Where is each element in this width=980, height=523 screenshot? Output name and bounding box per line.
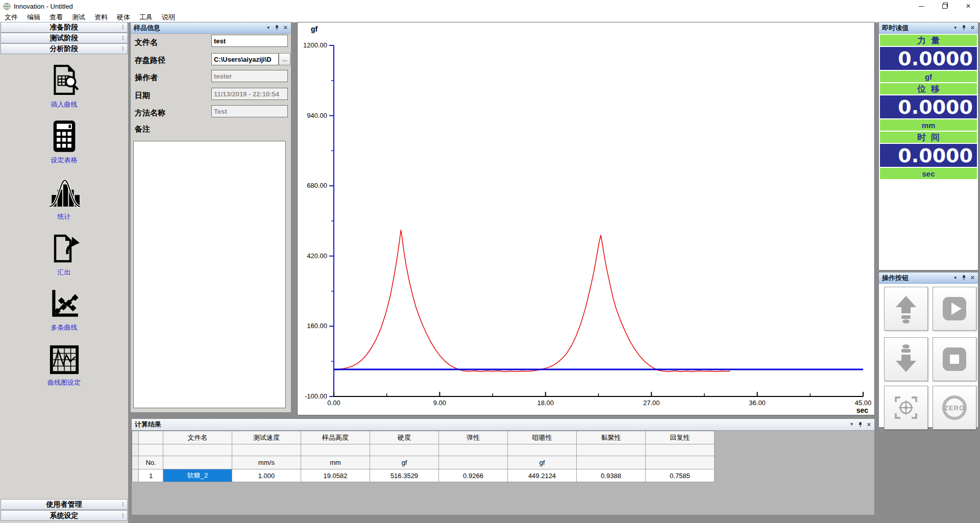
down-arrow-icon: [892, 344, 920, 374]
tool-label: 汇出: [58, 268, 71, 277]
time-unit-bar: sec: [880, 168, 977, 179]
test-speed-cell[interactable]: 1.000: [232, 469, 301, 482]
row-number-cell[interactable]: 1: [139, 469, 163, 482]
col-header: 文件名: [163, 431, 232, 444]
menu-hardware[interactable]: 硬体: [112, 13, 135, 22]
svg-text:27.00: 27.00: [643, 399, 660, 407]
force-time-chart: 1200.00940.00680.00420.00160.00-100.000.…: [298, 22, 874, 415]
panel-menu-icon[interactable]: ▼: [953, 26, 958, 30]
panel-menu-icon[interactable]: ▼: [266, 26, 271, 30]
menu-tools[interactable]: 工具: [135, 13, 157, 22]
move-up-button[interactable]: [884, 287, 928, 331]
notes-textarea[interactable]: [133, 141, 286, 408]
run-button[interactable]: [933, 287, 976, 331]
svg-text:940.00: 940.00: [307, 112, 327, 119]
displacement-unit-bar: mm: [880, 119, 977, 131]
menu-view[interactable]: 查看: [45, 13, 67, 22]
tool-insert-curve[interactable]: 插入曲线: [0, 63, 128, 117]
path-label: 存盘路径: [135, 56, 165, 65]
svg-text:18.00: 18.00: [537, 399, 554, 407]
unit-header: mm/s: [232, 456, 301, 469]
stage-prepare[interactable]: 准备阶段⋮: [1, 22, 128, 33]
calculator-icon: [49, 119, 80, 153]
svg-text:1200.00: 1200.00: [303, 41, 327, 49]
panel-close-icon[interactable]: ✕: [283, 25, 288, 31]
tool-set-table[interactable]: 设定表格: [0, 119, 128, 173]
sample-info-titlebar: 样品信息 ▼ ✕: [131, 22, 291, 34]
svg-text:160.00: 160.00: [307, 322, 327, 330]
panel-menu-icon[interactable]: ▼: [850, 422, 854, 427]
tool-label: 设定表格: [51, 156, 78, 165]
method-label: 方法名称: [135, 108, 165, 118]
minimize-button[interactable]: [910, 0, 933, 12]
sample-height-cell[interactable]: 19.0582: [301, 469, 370, 482]
panel-close-icon[interactable]: ✕: [867, 422, 871, 428]
notes-label: 备注: [135, 124, 150, 134]
date-label: 日期: [135, 91, 150, 101]
restore-button[interactable]: [933, 0, 957, 12]
pin-icon[interactable]: [275, 25, 279, 31]
svg-text:gf: gf: [311, 25, 318, 33]
menu-edit[interactable]: 编辑: [22, 13, 45, 22]
tool-export[interactable]: 汇出: [0, 233, 128, 287]
unit-header: gf: [370, 456, 439, 469]
operator-input: [211, 70, 288, 82]
hardness-cell[interactable]: 516.3529: [370, 469, 439, 482]
stage-test[interactable]: 测试阶段⋮: [1, 33, 128, 43]
results-titlebar: 计算结果 ▼ ✕: [132, 419, 874, 431]
menu-test[interactable]: 测试: [67, 13, 90, 22]
pin-icon[interactable]: [858, 422, 863, 428]
filename-cell[interactable]: 软糖_2: [163, 469, 232, 482]
chewiness-cell[interactable]: 449.2124: [508, 469, 577, 482]
row-grip[interactable]: [132, 469, 139, 482]
tool-statistics[interactable]: 统计: [0, 176, 128, 230]
svg-text:36.00: 36.00: [749, 399, 766, 407]
displacement-value-display: 0.0000: [880, 95, 977, 118]
col-header: 测试速度: [232, 431, 301, 444]
time-value-display: 0.0000: [880, 144, 977, 167]
cohesiveness-cell[interactable]: 0.9388: [577, 469, 646, 482]
close-icon: ✕: [966, 3, 971, 10]
browse-button[interactable]: ...: [279, 53, 290, 65]
results-table: 文件名 测试速度 样品高度 硬度 弹性 咀嚼性 黏聚性 回复性 No. mm/s…: [132, 431, 715, 482]
path-input[interactable]: [211, 53, 279, 65]
filename-input[interactable]: [211, 35, 288, 47]
app-icon: [3, 3, 11, 10]
svg-text:-100.00: -100.00: [305, 392, 327, 400]
stage-user-management[interactable]: 使用者管理⋮: [1, 499, 128, 510]
springiness-cell[interactable]: 0.9266: [439, 469, 508, 482]
readout-titlebar: 即时读值 ▼ ✕: [879, 22, 978, 34]
grip-dots-icon: ⋮: [120, 46, 126, 52]
zero-button[interactable]: ZERO: [933, 386, 976, 430]
tool-label: 多条曲线: [51, 323, 78, 332]
tool-multi-curve[interactable]: 多条曲线: [0, 287, 128, 341]
target-button[interactable]: [884, 386, 928, 430]
panel-title: 计算结果: [135, 420, 161, 429]
panel-title: 样品信息: [134, 23, 160, 33]
grip-dots-icon: ⋮: [120, 513, 126, 518]
tool-label: 统计: [58, 212, 71, 221]
stage-system-settings[interactable]: 系统设定⋮: [1, 510, 128, 521]
panel-title: 操作按钮: [882, 273, 909, 283]
panel-close-icon[interactable]: ✕: [970, 25, 975, 31]
close-button[interactable]: ✕: [957, 0, 980, 12]
date-input: [211, 88, 288, 100]
up-arrow-icon: [892, 294, 920, 323]
pin-icon[interactable]: [962, 25, 966, 31]
application-window: Innovation - Untitled ✕ 文件 编辑 查看 测试 资料 硬…: [0, 0, 980, 523]
resilience-cell[interactable]: 0.7585: [646, 469, 715, 482]
menu-data[interactable]: 资料: [90, 13, 112, 22]
tool-curve-settings[interactable]: 曲线图设定: [0, 344, 128, 398]
panel-menu-icon[interactable]: ▼: [953, 276, 958, 280]
svg-text:680.00: 680.00: [307, 182, 327, 189]
menu-help[interactable]: 说明: [157, 13, 180, 22]
pin-icon[interactable]: [962, 275, 966, 281]
menu-file[interactable]: 文件: [0, 13, 22, 22]
move-down-button[interactable]: [884, 337, 928, 381]
stage-analysis[interactable]: 分析阶段⋮: [1, 43, 128, 54]
force-value-display: 0.0000: [880, 47, 977, 70]
panel-close-icon[interactable]: ✕: [970, 275, 975, 281]
col-header: 弹性: [439, 431, 508, 444]
stop-button[interactable]: [933, 337, 976, 381]
curve-settings-icon: [48, 344, 80, 376]
